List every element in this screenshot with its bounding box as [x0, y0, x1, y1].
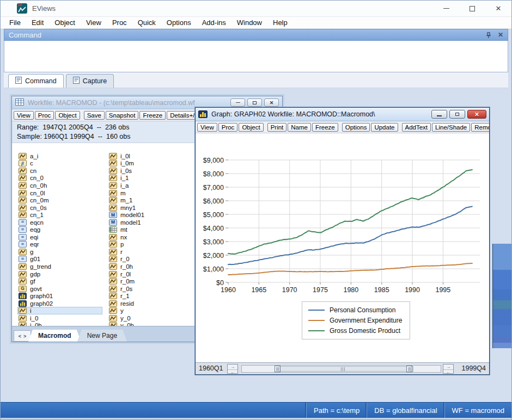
object-item-i_0h[interactable]: i_0h: [17, 322, 102, 326]
menu-item-addins[interactable]: Add-ins: [197, 18, 231, 27]
menu-item-help[interactable]: Help: [267, 18, 293, 27]
command-panel-header[interactable]: Command ✕: [4, 29, 508, 41]
menu-item-object[interactable]: Object: [49, 18, 81, 27]
object-item-i[interactable]: i: [17, 307, 102, 314]
graph-button-name[interactable]: Name: [288, 123, 311, 132]
object-item-i_0m[interactable]: i_0m: [108, 160, 193, 168]
spin-left-icon[interactable]: ←: [228, 370, 237, 375]
object-item-graph02[interactable]: graph02: [17, 300, 102, 307]
graph-minimize-icon[interactable]: [431, 110, 447, 119]
maximize-icon[interactable]: [459, 1, 485, 16]
object-item-r_0h[interactable]: r_0h: [108, 263, 193, 270]
object-item-m_1[interactable]: m_1: [108, 196, 193, 204]
object-item-mny1[interactable]: mny1: [108, 204, 193, 212]
graph-restore-icon[interactable]: [449, 110, 465, 119]
workfile-button-object[interactable]: Object: [55, 111, 80, 120]
object-item-i_0[interactable]: i_0: [17, 314, 102, 322]
workfile-button-proc[interactable]: Proc: [35, 111, 54, 120]
object-item-cn_1[interactable]: cn_1: [17, 211, 102, 219]
range-slider-bar[interactable]: [278, 366, 413, 372]
close-icon[interactable]: ✕: [485, 1, 511, 16]
graph-button-freeze[interactable]: Freeze: [312, 123, 338, 132]
object-item-r_0[interactable]: r_0: [108, 256, 193, 263]
menu-item-window[interactable]: Window: [231, 18, 267, 27]
object-item-eqr[interactable]: =eqr: [17, 241, 102, 249]
nav-start-spinner[interactable]: → ←: [227, 364, 238, 374]
workfile-button-snapshot[interactable]: Snapshot: [106, 111, 139, 120]
spin-right-icon[interactable]: →: [443, 365, 453, 370]
object-item-p[interactable]: p: [108, 241, 193, 249]
graph-button-view[interactable]: View: [197, 123, 217, 132]
object-item-eqi[interactable]: =eqi: [17, 233, 102, 241]
spin-right-icon[interactable]: →: [228, 365, 237, 370]
object-item-r_0l[interactable]: r_0l: [108, 270, 193, 278]
object-item-i_0l[interactable]: i_0l: [108, 152, 193, 160]
page-tab-macromod[interactable]: Macromod: [28, 330, 81, 342]
object-item-i_1[interactable]: i_1: [108, 175, 193, 182]
object-item-r[interactable]: r: [108, 248, 193, 256]
tab-capture[interactable]: Capture: [66, 74, 114, 88]
tab-command[interactable]: Command: [8, 74, 64, 88]
command-close-icon[interactable]: ✕: [498, 32, 503, 38]
object-item-y_0h[interactable]: y_0h: [108, 322, 193, 326]
object-item-i_0s[interactable]: i_0s: [108, 167, 193, 175]
object-item-i_a[interactable]: i_a: [108, 182, 193, 189]
graph-button-object[interactable]: Object: [239, 123, 263, 132]
object-item-nx[interactable]: nx: [108, 233, 193, 241]
page-tab-newpage[interactable]: New Page: [77, 330, 127, 342]
nav-end-spinner[interactable]: → ←: [443, 364, 454, 374]
object-item-g[interactable]: g: [17, 248, 102, 256]
object-item-mt[interactable]: mt: [108, 226, 193, 233]
graph-close-icon[interactable]: ✕: [467, 110, 486, 119]
graph-button-proc[interactable]: Proc: [218, 123, 238, 132]
menu-item-proc[interactable]: Proc: [107, 18, 132, 27]
object-item-cn_0l[interactable]: cn_0l: [17, 189, 102, 197]
object-item-model1[interactable]: Mmodel1: [108, 219, 193, 226]
graph-button-addtext[interactable]: AddText: [402, 123, 431, 132]
object-item-r_0m[interactable]: r_0m: [108, 277, 193, 285]
object-item-govt[interactable]: Ggovt: [17, 285, 102, 293]
object-item-model01[interactable]: Mmodel01: [108, 211, 193, 219]
graph-button-update[interactable]: Update: [371, 123, 398, 132]
command-input[interactable]: [4, 41, 508, 72]
object-item-y[interactable]: y: [108, 307, 193, 314]
range-slider-grip[interactable]: [341, 367, 345, 371]
object-item-y_0[interactable]: y_0: [108, 314, 193, 322]
range-slider-left-handle[interactable]: [275, 366, 281, 372]
spin-left-icon[interactable]: ←: [443, 370, 453, 375]
range-slider-track[interactable]: [241, 365, 441, 373]
graph-button-print[interactable]: Print: [267, 123, 287, 132]
menu-item-view[interactable]: View: [81, 18, 107, 27]
graph-window[interactable]: Graph: GRAPH02 Workfile: MACROMOD::Macro…: [195, 107, 490, 375]
object-item-r_0s[interactable]: r_0s: [108, 285, 193, 293]
object-item-g01[interactable]: =g01: [17, 256, 102, 263]
graph-button-remove[interactable]: Remove: [471, 123, 489, 132]
menu-item-edit[interactable]: Edit: [26, 18, 49, 27]
range-slider-right-handle[interactable]: [406, 366, 412, 372]
object-item-a_i[interactable]: a_i: [17, 152, 102, 160]
graph-titlebar[interactable]: Graph: GRAPH02 Workfile: MACROMOD::Macro…: [196, 108, 489, 121]
object-item-gdp[interactable]: gdp: [17, 270, 102, 278]
object-item-cn[interactable]: cn: [17, 167, 102, 175]
object-item-gf[interactable]: gf: [17, 277, 102, 285]
object-item-resid[interactable]: resid: [108, 300, 193, 307]
menu-item-quick[interactable]: Quick: [132, 18, 161, 27]
object-item-c[interactable]: βc: [17, 160, 102, 168]
minimize-icon[interactable]: [433, 1, 459, 16]
object-item-cn_0h[interactable]: cn_0h: [17, 182, 102, 189]
object-item-m[interactable]: m: [108, 189, 193, 197]
workfile-restore-icon[interactable]: [247, 98, 262, 107]
object-item-eqg[interactable]: =eqg: [17, 226, 102, 233]
pin-icon[interactable]: [486, 32, 491, 38]
menu-item-options[interactable]: Options: [161, 18, 197, 27]
object-item-graph01[interactable]: graph01: [17, 292, 102, 300]
object-item-r_1[interactable]: r_1: [108, 292, 193, 300]
object-item-eqcn[interactable]: =eqcn: [17, 219, 102, 226]
menu-item-file[interactable]: File: [4, 18, 26, 27]
workfile-minimize-icon[interactable]: [230, 98, 245, 107]
graph-button-lineshade[interactable]: Line/Shade: [432, 123, 470, 132]
workfile-close-icon[interactable]: ✕: [264, 98, 279, 107]
object-item-g_trend[interactable]: g_trend: [17, 263, 102, 270]
object-item-cn_0[interactable]: cn_0: [17, 175, 102, 182]
workfile-button-view[interactable]: View: [14, 111, 34, 120]
